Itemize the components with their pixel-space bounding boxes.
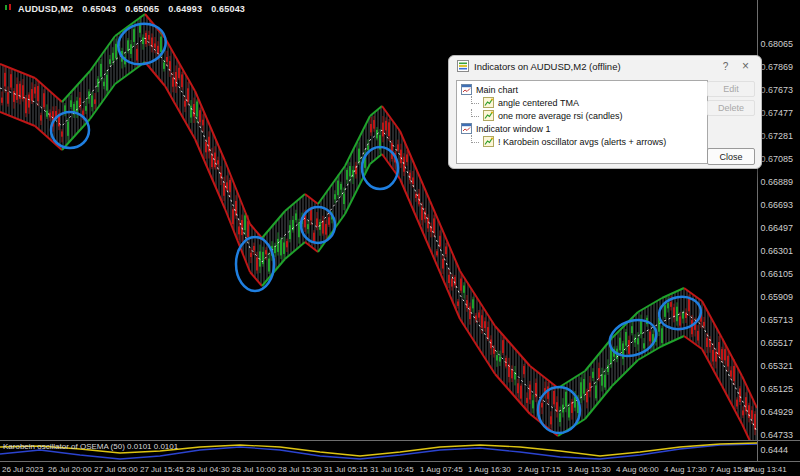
dialog-titlebar[interactable]: Indicators on AUDUSD,M2 (offline) ? × [449,56,761,76]
price-axis-label: 0.64929 [761,407,794,417]
time-axis-label: 2 Aug 17:15 [518,465,561,474]
time-axis-label: 1 Aug 07:45 [420,465,463,474]
symbol-label: AUDUSD,M2 [18,4,73,14]
tree-item-label: one more average rsi (candles) [498,111,623,121]
chart-window-icon [461,123,472,134]
price-axis-label: 0.65909 [761,292,794,302]
time-axis-label: 26 Jul 2023 [2,465,44,474]
price-close: 0.65043 [211,4,245,14]
price-axis-label: 0.66105 [761,269,794,279]
tree-connector [471,109,479,117]
price-axis-label: 0.68065 [761,39,794,49]
price-low: 0.64993 [168,4,202,14]
indicators-dialog: Indicators on AUDUSD,M2 (offline) ? × Ma… [448,55,762,169]
delete-button[interactable]: Delete [707,100,755,116]
price-open: 0.65043 [82,4,116,14]
indicators-list[interactable]: Main chartangle centered TMAone more ave… [456,80,708,164]
oscillator-axis-label: 0.6444 [761,445,789,455]
indicator-icon [483,136,494,147]
time-axis-label: 4 Aug 17:30 [664,465,707,474]
price-axis-label: 0.66889 [761,177,794,187]
indicator-icon [483,110,494,121]
indicator-tree-item[interactable]: Main chart [457,83,707,96]
oscillator-label: Karobein oscillator of OSEMA (50) 0.0101… [3,442,178,451]
time-axis-label: 31 Jul 10:45 [370,465,414,474]
time-axis-label: 28 Jul 15:30 [278,465,322,474]
time-axis-label: 3 Aug 15:30 [568,465,611,474]
price-axis-label: 0.67869 [761,62,794,72]
price-axis-label: 0.65517 [761,338,794,348]
indicator-tree-item[interactable]: angle centered TMA [457,96,707,109]
indicator-tree-item[interactable]: Indicator window 1 [457,122,707,135]
price-axis-label: 0.66301 [761,246,794,256]
tree-item-label: Indicator window 1 [476,124,551,134]
price-axis-label: 0.64733 [761,430,794,440]
price-high: 0.65065 [125,4,159,14]
candlestick-chart-icon [4,3,13,14]
price-axis-label: 0.65125 [761,384,794,394]
close-icon[interactable]: × [738,59,753,74]
time-axis-label: 8 Aug 13:41 [744,465,787,474]
chart-window-icon [461,84,472,95]
symbol-info: AUDUSD,M2 0.65043 0.65065 0.64993 0.6504… [4,3,245,14]
tree-item-label: Main chart [476,85,518,95]
indicator-tree-item[interactable]: ! Karobein oscillator avgs (alerts + arr… [457,135,707,148]
price-axis-label: 0.66693 [761,200,794,210]
edit-button[interactable]: Edit [707,81,755,97]
dialog-title: Indicators on AUDUSD,M2 (offline) [474,61,713,72]
time-axis-label: 28 Jul 04:30 [186,465,230,474]
tree-item-label: angle centered TMA [498,98,579,108]
tree-item-label: ! Karobein oscillator avgs (alerts + arr… [498,137,666,147]
indicators-dialog-icon [457,60,469,72]
time-axis-label: 1 Aug 16:30 [468,465,511,474]
price-axis-label: 0.65713 [761,315,794,325]
price-axis-label: 0.67673 [761,85,794,95]
price-axis-label: 0.67477 [761,108,794,118]
price-axis-label: 0.67281 [761,131,794,141]
tree-connector [471,135,479,143]
close-button[interactable]: Close [707,148,755,165]
indicator-icon [483,97,494,108]
tree-connector [471,96,479,104]
price-axis-label: 0.65321 [761,361,794,371]
time-axis-label: 28 Jul 10:00 [232,465,276,474]
mt4-chart-window: 0.680650.678690.676730.674770.672810.670… [0,0,800,476]
help-button[interactable]: ? [718,59,733,74]
price-axis-label: 0.67085 [761,154,794,164]
time-axis-label: 27 Jul 05:00 [94,465,138,474]
time-axis-label: 4 Aug 06:00 [616,465,659,474]
time-axis-label: 27 Jul 15:45 [140,465,184,474]
indicator-tree-item[interactable]: one more average rsi (candles) [457,109,707,122]
time-axis-label: 31 Jul 05:15 [324,465,368,474]
price-axis-label: 0.66497 [761,223,794,233]
time-axis-label: 26 Jul 20:00 [48,465,92,474]
